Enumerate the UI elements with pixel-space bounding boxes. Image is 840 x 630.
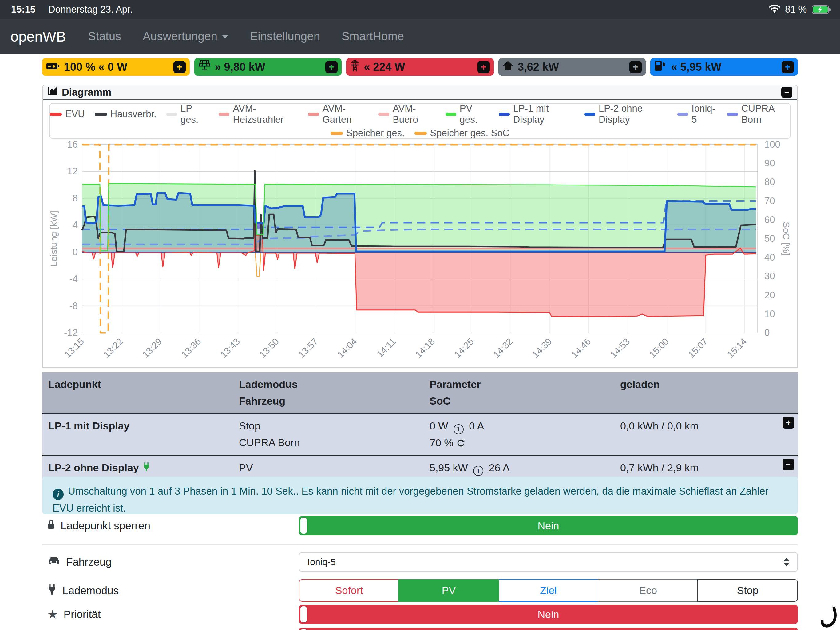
ios-status-bar: 15:15 Donnerstag 23. Apr. 81 % — [0, 0, 840, 19]
badge-add-button[interactable]: + — [325, 61, 338, 73]
nav-item-status[interactable]: Status — [88, 30, 121, 43]
row-expand-button[interactable]: + — [783, 417, 794, 429]
col-parameter: Parameter — [429, 376, 608, 393]
priority-label: Priorität — [64, 608, 101, 621]
legend-item[interactable]: AVM-Heizstrahler — [219, 103, 298, 125]
nav-item-smarthome[interactable]: SmartHome — [342, 30, 404, 43]
svg-text:100: 100 — [764, 141, 780, 150]
chevron-down-icon — [222, 35, 229, 38]
legend-item[interactable]: Speicher ges. — [330, 128, 405, 139]
legend-swatch — [499, 112, 510, 116]
brand-openwb[interactable]: openWB — [11, 28, 66, 45]
legend-label: Speicher ges. SoC — [430, 128, 510, 139]
row-parameter: 0 W 1 0 A — [429, 418, 608, 434]
badge-pv: » 9,80 kW+ — [194, 58, 342, 76]
badge-add-button[interactable]: + — [174, 61, 186, 73]
legend-swatch — [445, 112, 456, 116]
legend-item[interactable]: PV ges. — [445, 103, 489, 125]
nav-item-auswertungen[interactable]: Auswertungen — [143, 30, 229, 43]
clipped-row — [42, 628, 798, 630]
svg-text:40: 40 — [764, 252, 775, 263]
priority-toggle[interactable]: Nein — [299, 605, 798, 624]
vehicle-label: Fahrzeug — [66, 556, 112, 568]
chargepoint-row: LP-1 mit DisplayStopCUPRA Born0 W 1 0 A7… — [42, 413, 798, 455]
svg-text:-4: -4 — [69, 274, 78, 284]
badge-add-button[interactable]: + — [477, 61, 490, 73]
legend-swatch — [379, 112, 389, 116]
row-mode: Stop — [239, 418, 417, 434]
legend-swatch — [49, 112, 62, 116]
collapse-button[interactable]: − — [781, 87, 793, 98]
badge-value: « 5,95 kW — [671, 60, 721, 73]
legend-item[interactable]: AVM-Garten — [308, 103, 369, 125]
clipped-toggle[interactable] — [299, 628, 798, 630]
svg-text:15:07: 15:07 — [686, 336, 709, 359]
refresh-icon[interactable] — [456, 437, 466, 448]
alert-text: Umschaltung von 1 auf 3 Phasen in 1 Min.… — [52, 486, 768, 514]
mode-button-ziel[interactable]: Ziel — [498, 579, 598, 602]
lock-toggle[interactable]: Nein — [299, 516, 798, 535]
legend-label: Ioniq-5 — [692, 103, 717, 125]
chargepoint-name: LP-2 ohne Display — [48, 459, 227, 476]
svg-text:8: 8 — [73, 193, 78, 204]
legend-swatch — [727, 112, 738, 116]
legend-item[interactable]: CUPRA Born — [727, 103, 791, 125]
legend-swatch — [219, 112, 229, 116]
svg-text:13:29: 13:29 — [140, 336, 164, 359]
legend-swatch — [584, 112, 595, 116]
pylon-icon — [350, 59, 359, 75]
legend-item[interactable]: Ioniq-5 — [677, 103, 717, 125]
mode-button-sofort[interactable]: Sofort — [299, 579, 399, 602]
chart-legend: EVUHausverbr.LP ges.AVM-HeizstrahlerAVM-… — [49, 103, 791, 139]
legend-swatch — [95, 112, 107, 116]
badge-add-button[interactable]: + — [782, 61, 794, 73]
svg-text:15:14: 15:14 — [725, 336, 748, 359]
row-mode: PV — [239, 459, 417, 476]
svg-text:0: 0 — [764, 327, 770, 338]
legend-item[interactable]: EVU — [49, 109, 85, 120]
legend-swatch — [414, 131, 427, 135]
legend-item[interactable]: LP-2 ohne Display — [584, 103, 668, 125]
row-soc: 70 % — [429, 434, 608, 451]
wifi-icon — [769, 4, 780, 15]
toggle-handle[interactable] — [300, 606, 307, 622]
legend-label: LP-1 mit Display — [513, 103, 575, 125]
mode-button-eco[interactable]: Eco — [598, 579, 698, 602]
svg-text:4: 4 — [73, 220, 78, 230]
status-date: Donnerstag 23. Apr. — [48, 4, 133, 15]
mode-row: Lademodus SofortPVZielEcoStop — [42, 579, 798, 602]
svg-text:80: 80 — [764, 177, 775, 187]
row-expand-button[interactable]: − — [783, 459, 794, 470]
svg-text:20: 20 — [764, 290, 775, 301]
clock-time: 15:15 — [11, 4, 35, 15]
house-icon — [502, 60, 513, 73]
legend-item[interactable]: Speicher ges. SoC — [414, 128, 510, 139]
legend-label: LP-2 ohne Display — [598, 103, 668, 125]
legend-swatch — [677, 112, 688, 116]
power-soc-chart[interactable]: 1612840-4-8-1213:1513:2213:2913:3613:431… — [43, 141, 799, 368]
mode-button-pv[interactable]: PV — [398, 579, 499, 602]
col-geladen: geladen — [620, 376, 792, 393]
svg-text:14:39: 14:39 — [530, 336, 553, 359]
toggle-handle[interactable] — [300, 518, 307, 534]
legend-item[interactable]: LP ges. — [166, 103, 209, 125]
nav-item-einstellungen[interactable]: Einstellungen — [250, 30, 320, 43]
vehicle-select[interactable]: Ioniq-5 — [299, 552, 798, 572]
col-lademodus: Lademodus — [239, 376, 417, 393]
mode-button-stop[interactable]: Stop — [697, 579, 798, 602]
legend-item[interactable]: Hausverbr. — [95, 109, 156, 120]
legend-label: PV ges. — [459, 103, 489, 125]
navbar: openWB Status Auswertungen Einstellungen… — [0, 19, 840, 54]
badge-add-button[interactable]: + — [629, 61, 642, 73]
plug-icon — [143, 459, 150, 476]
svg-text:-8: -8 — [69, 301, 78, 311]
svg-text:SoC [%]: SoC [%] — [781, 222, 791, 256]
legend-item[interactable]: AVM-Buero — [379, 103, 436, 125]
diagram-card-header[interactable]: Diagramm − — [43, 85, 797, 100]
svg-text:90: 90 — [764, 158, 775, 169]
legend-label: Speicher ges. — [346, 128, 405, 139]
legend-item[interactable]: LP-1 mit Display — [499, 103, 574, 125]
svg-text:14:25: 14:25 — [452, 336, 476, 359]
svg-text:16: 16 — [67, 141, 78, 150]
badge-evu: « 224 W+ — [346, 58, 494, 76]
